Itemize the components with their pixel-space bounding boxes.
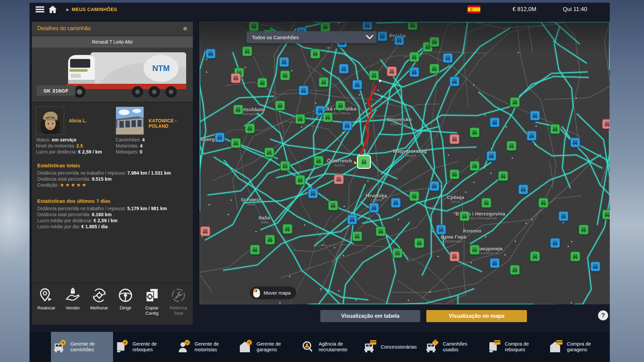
truck-marker[interactable]	[506, 141, 517, 151]
truck-marker[interactable]	[481, 198, 491, 208]
truck-marker[interactable]	[295, 114, 305, 124]
truck-marker[interactable]	[527, 131, 537, 141]
truck-marker[interactable]	[538, 198, 548, 208]
truck-marker[interactable]	[257, 78, 267, 88]
truck-marker[interactable]	[323, 112, 333, 122]
truck-marker[interactable]	[299, 85, 309, 96]
truck-marker[interactable]	[510, 265, 520, 275]
truck-marker[interactable]	[449, 76, 460, 86]
truck-marker[interactable]	[215, 132, 225, 142]
truck-marker[interactable]	[342, 121, 352, 131]
help-button[interactable]: ?	[598, 310, 608, 320]
truck-marker[interactable]	[279, 57, 289, 67]
driver-photo[interactable]	[36, 107, 64, 135]
truck-marker[interactable]	[550, 124, 560, 134]
truck-marker[interactable]	[409, 191, 419, 201]
nav-driver-gear[interactable]: Gerente de motoristas	[175, 332, 237, 362]
truck-marker[interactable]	[275, 101, 285, 111]
truck-marker[interactable]	[376, 226, 386, 236]
action-upgrade-button[interactable]: Melhorar	[87, 287, 112, 324]
garage-name[interactable]: KATOWICE - POLAND	[149, 118, 193, 129]
truck-marker[interactable]	[530, 251, 540, 261]
truck-marker[interactable]	[352, 231, 362, 241]
truck-marker[interactable]	[590, 261, 600, 272]
truck-marker[interactable]	[392, 248, 402, 258]
truck-marker[interactable]	[558, 211, 569, 221]
truck-marker[interactable]	[231, 73, 241, 83]
truck-marker[interactable]	[570, 251, 580, 261]
truck-marker[interactable]	[449, 251, 460, 261]
truck-marker[interactable]	[602, 119, 610, 129]
truck-marker[interactable]	[280, 161, 290, 171]
spain-flag-icon[interactable]	[468, 5, 480, 13]
truck-marker[interactable]	[328, 200, 338, 210]
truck-marker[interactable]	[264, 147, 274, 158]
driver-name[interactable]: Alicia L.	[69, 118, 87, 123]
truck-marker[interactable]	[282, 224, 292, 234]
selected-truck-marker[interactable]	[357, 155, 371, 169]
truck-marker[interactable]	[449, 169, 460, 179]
nav-trailer-card[interactable]: Compra de reboques	[485, 332, 547, 362]
home-icon[interactable]	[46, 4, 59, 14]
truck-marker[interactable]	[369, 203, 379, 213]
nav-recruit[interactable]: Agência de recrutamento	[299, 332, 361, 362]
truck-marker[interactable]	[429, 64, 439, 74]
table-view-button[interactable]: Visualização em tabela	[320, 310, 420, 322]
truck-marker[interactable]	[250, 245, 260, 255]
nav-garage-gear[interactable]: Gerente de garagens	[237, 332, 299, 362]
truck-marker[interactable]	[233, 105, 243, 115]
truck-marker[interactable]	[486, 151, 496, 161]
nav-truck-card[interactable]: Concessionárias	[361, 332, 423, 362]
truck-marker[interactable]	[518, 184, 528, 194]
fleet-map[interactable]: PolskaPolôniaDeutschlandAlemanhaČeská re…	[200, 22, 610, 304]
truck-marker[interactable]	[436, 225, 446, 235]
truck-marker[interactable]	[352, 80, 362, 90]
truck-marker[interactable]	[510, 97, 520, 107]
truck-marker[interactable]	[409, 52, 419, 62]
truck-marker[interactable]	[602, 209, 610, 220]
nav-garage-card[interactable]: Compra de garagens	[547, 332, 609, 362]
truck-marker[interactable]	[429, 181, 439, 191]
truck-marker[interactable]	[530, 111, 540, 121]
truck-marker[interactable]	[579, 225, 589, 235]
truck-marker[interactable]	[347, 215, 357, 225]
truck-marker[interactable]	[308, 188, 318, 198]
truck-marker[interactable]	[334, 174, 344, 184]
truck-marker[interactable]	[295, 175, 305, 185]
truck-marker[interactable]	[498, 171, 508, 181]
menu-icon[interactable]	[34, 4, 46, 14]
truck-marker[interactable]	[314, 156, 324, 166]
truck-marker[interactable]	[200, 226, 210, 236]
collapse-panel-button[interactable]: «	[179, 23, 191, 34]
action-sell-button[interactable]: Vender	[60, 287, 86, 324]
nav-truck-tag[interactable]: Caminhões usados	[423, 332, 485, 362]
truck-marker[interactable]	[245, 123, 255, 133]
truck-marker[interactable]	[369, 70, 379, 80]
truck-marker[interactable]	[570, 137, 580, 147]
truck-marker[interactable]	[265, 235, 275, 245]
action-pin-button[interactable]: Realocar	[34, 287, 59, 324]
truck-marker[interactable]	[414, 238, 424, 248]
truck-marker[interactable]	[490, 117, 500, 127]
truck-marker[interactable]	[231, 138, 241, 148]
truck-marker[interactable]	[280, 70, 290, 80]
truck-marker[interactable]	[391, 198, 401, 208]
truck-marker[interactable]	[470, 245, 480, 255]
garage-photo[interactable]	[116, 107, 144, 135]
breadcrumb[interactable]: MEUS CAMINHÕES	[72, 7, 117, 12]
truck-marker[interactable]	[470, 161, 480, 171]
nav-truck-gear[interactable]: Gerente de caminhões	[51, 332, 113, 362]
map-view-button[interactable]: Visualização no mapa	[426, 310, 527, 322]
truck-marker[interactable]	[339, 64, 349, 74]
truck-marker[interactable]	[335, 101, 345, 111]
truck-marker[interactable]	[387, 66, 397, 76]
truck-marker[interactable]	[460, 211, 470, 221]
truck-filter-dropdown[interactable]: Todos os Caminhões	[247, 31, 377, 43]
action-copy-button[interactable]: Copiar Config	[139, 287, 165, 324]
truck-marker[interactable]	[470, 127, 480, 137]
truck-marker[interactable]	[443, 53, 453, 63]
action-drive-button[interactable]: Dirigir	[113, 287, 138, 324]
nav-trailer-gear[interactable]: Gerente de reboques	[113, 332, 175, 362]
truck-marker[interactable]	[550, 238, 560, 248]
truck-marker[interactable]	[409, 67, 419, 77]
